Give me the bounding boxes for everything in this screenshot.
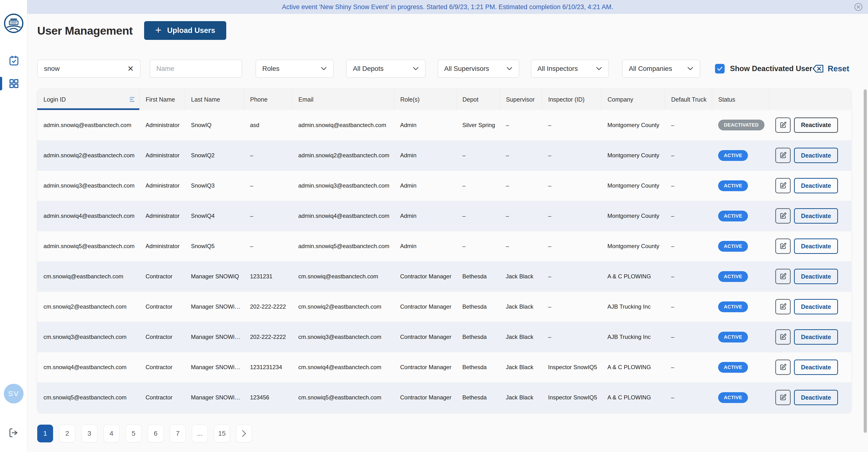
depots-dropdown[interactable]: All Depots [346, 60, 425, 78]
edit-user-button[interactable] [775, 390, 790, 405]
edit-user-button[interactable] [775, 148, 790, 163]
cell-email: cm.snowiq@eastbanctech.com [292, 261, 394, 292]
edit-pencil-icon [779, 303, 786, 310]
deactivate-user-button[interactable]: Deactivate [794, 390, 838, 405]
cell-company: A & C PLOWING [601, 382, 665, 413]
cell-last-name: SnowIQ [185, 110, 244, 140]
show-deactivated-checkbox[interactable] [715, 64, 724, 73]
cell-roles: Admin [394, 171, 456, 201]
deactivate-user-button[interactable]: Deactivate [794, 239, 838, 254]
column-header-default-truck[interactable]: Default Truck [665, 89, 712, 110]
plus-icon: + [155, 25, 161, 35]
deactivate-user-button[interactable]: Deactivate [794, 269, 838, 284]
search-input[interactable] [44, 65, 127, 72]
edit-user-button[interactable] [775, 360, 790, 375]
deactivate-user-button[interactable]: Deactivate [794, 148, 838, 163]
banner-close-icon[interactable] [854, 2, 863, 12]
cell-email: cm.snowiq5@eastbanctech.com [292, 382, 394, 413]
column-header-status[interactable]: Status [712, 89, 769, 110]
edit-user-button[interactable] [775, 117, 790, 133]
page-button-3[interactable]: 3 [82, 425, 97, 442]
cell-status: ACTIVE [712, 352, 769, 382]
page-button-7[interactable]: 7 [170, 425, 186, 442]
cell-last-name: Manager SNOWiQ3 [185, 322, 244, 352]
deactivate-user-button[interactable]: Deactivate [794, 299, 838, 314]
cell-phone: 123456 [244, 382, 292, 413]
page-button-1[interactable]: 1 [37, 425, 53, 442]
deactivate-user-button[interactable]: Deactivate [794, 178, 838, 193]
cell-company: Montgomery County [601, 140, 665, 171]
page-button-15[interactable]: 15 [214, 425, 230, 442]
column-header-last-name[interactable]: Last Name [185, 89, 244, 110]
sidebar-item-user-management[interactable] [9, 78, 19, 89]
cell-company: Montgomery County [601, 201, 665, 231]
sidebar-item-events[interactable] [9, 55, 19, 66]
column-header-company[interactable]: Company [601, 89, 665, 110]
column-header-first-name[interactable]: First Name [139, 89, 185, 110]
column-header-inspector[interactable]: Inspector (ID) [542, 89, 601, 110]
vertical-scrollbar-thumb[interactable] [864, 89, 867, 433]
edit-user-button[interactable] [775, 239, 790, 254]
edit-user-button[interactable] [775, 208, 790, 223]
table-row: cm.snowiq5@eastbanctech.com Contractor M… [37, 382, 851, 413]
cell-depot: Bethesda [456, 322, 500, 352]
pagination: 1 2 3 4 5 6 7 ... 15 [37, 425, 868, 442]
reset-filters-button[interactable]: Reset [812, 64, 849, 73]
edit-pencil-icon [779, 364, 786, 371]
logout-icon[interactable] [8, 427, 19, 437]
cell-status: ACTIVE [712, 261, 769, 292]
column-header-depot[interactable]: Depot [456, 89, 500, 110]
cell-inspector: – [542, 292, 601, 322]
deactivate-user-button[interactable]: Deactivate [794, 329, 838, 344]
column-header-roles[interactable]: Role(s) [394, 89, 456, 110]
deactivate-user-button[interactable]: Deactivate [794, 360, 838, 375]
next-page-button[interactable] [236, 425, 252, 442]
inspectors-dropdown[interactable]: All Inspectors [531, 60, 609, 78]
companies-dropdown[interactable]: All Companies [622, 60, 700, 78]
edit-user-button[interactable] [775, 269, 790, 284]
column-header-login-id[interactable]: Login ID [37, 89, 139, 110]
reactivate-user-button[interactable]: Reactivate [794, 117, 838, 133]
cell-default-truck: – [665, 110, 712, 140]
cell-email: admin.snowiq2@eastbanctech.com [292, 140, 394, 171]
upload-users-button[interactable]: + Upload Users [144, 21, 226, 40]
page-button-6[interactable]: 6 [148, 425, 163, 442]
supervisors-dropdown[interactable]: All Supervisors [438, 60, 519, 78]
cell-inspector: Inspector SnowIQ5 [542, 382, 601, 413]
edit-user-button[interactable] [775, 178, 790, 193]
status-badge: ACTIVE [718, 271, 748, 282]
cell-default-truck: – [665, 322, 712, 352]
cell-first-name: Administrator [139, 201, 185, 231]
edit-user-button[interactable] [775, 299, 790, 314]
user-avatar[interactable]: SV [4, 384, 24, 403]
cell-default-truck: – [665, 292, 712, 322]
cell-company: Montgomery County [601, 110, 665, 140]
deactivate-user-button[interactable]: Deactivate [794, 208, 838, 223]
cell-first-name: Contractor [139, 352, 185, 382]
edit-pencil-icon [779, 333, 786, 340]
cell-status: ACTIVE [712, 322, 769, 352]
avatar-initials: SV [8, 390, 19, 398]
edit-pencil-icon [779, 394, 786, 401]
column-header-phone[interactable]: Phone [244, 89, 292, 110]
name-input[interactable] [156, 65, 236, 72]
column-header-email[interactable]: Email [292, 89, 394, 110]
page-button-ellipsis[interactable]: ... [192, 425, 208, 442]
page-title: User Management [37, 24, 132, 37]
cell-default-truck: – [665, 140, 712, 171]
cell-default-truck: – [665, 382, 712, 413]
edit-user-button[interactable] [775, 329, 790, 344]
clear-search-icon[interactable]: ✕ [127, 65, 134, 72]
cell-actions: Reactivate [769, 110, 851, 140]
chevron-down-icon [596, 67, 602, 70]
page-button-2[interactable]: 2 [59, 425, 75, 442]
cell-inspector: – [542, 140, 601, 171]
column-header-supervisor[interactable]: Supervisor [500, 89, 542, 110]
status-badge: ACTIVE [718, 180, 748, 191]
name-filter [150, 60, 242, 78]
column-label: Login ID [43, 96, 66, 103]
page-button-5[interactable]: 5 [126, 425, 142, 442]
edit-pencil-icon [779, 243, 786, 250]
page-button-4[interactable]: 4 [103, 425, 119, 442]
roles-dropdown[interactable]: Roles [255, 60, 334, 78]
